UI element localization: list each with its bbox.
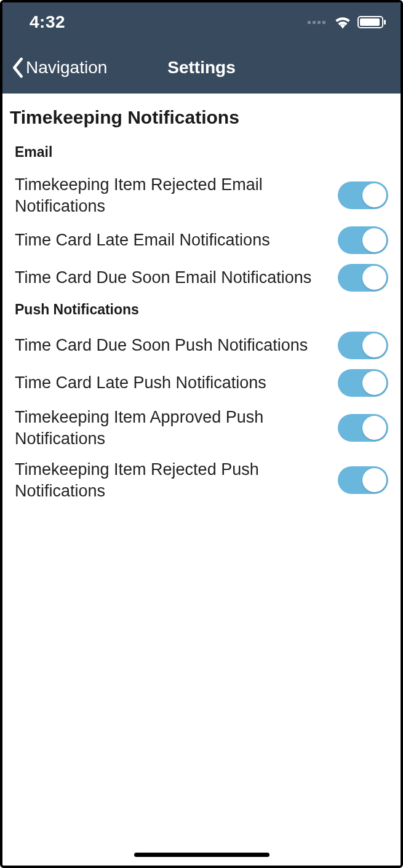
setting-label: Time Card Late Email Notifications — [15, 229, 328, 251]
setting-row: Time Card Late Email Notifications — [2, 221, 401, 259]
setting-label: Time Card Due Soon Email Notifications — [15, 267, 328, 289]
toggle-push-time-card-late[interactable] — [338, 369, 388, 397]
setting-label: Timekeeping Item Approved Push Notificat… — [15, 407, 328, 449]
setting-row: Time Card Due Soon Email Notifications — [2, 259, 401, 297]
setting-row: Time Card Due Soon Push Notifications — [2, 327, 401, 364]
setting-label: Time Card Late Push Notifications — [15, 372, 328, 394]
setting-row: Timekeeping Item Approved Push Notificat… — [2, 402, 401, 454]
section-header-email: Email — [2, 139, 401, 169]
status-bar: 4:32 — [2, 2, 401, 42]
setting-row: Timekeeping Item Rejected Email Notifica… — [2, 169, 401, 221]
home-indicator[interactable] — [134, 853, 269, 857]
toggle-push-item-rejected[interactable] — [338, 466, 388, 494]
cellular-signal-icon — [308, 21, 325, 24]
battery-icon — [357, 16, 383, 28]
back-button[interactable]: Navigation — [11, 57, 107, 78]
navigation-bar: Navigation Settings — [2, 42, 401, 94]
status-time: 4:32 — [30, 12, 65, 32]
toggle-push-time-card-due-soon[interactable] — [338, 332, 388, 359]
toggle-email-item-rejected[interactable] — [338, 181, 388, 209]
setting-label: Timekeeping Item Rejected Email Notifica… — [15, 174, 328, 217]
wifi-icon — [334, 15, 351, 29]
device-frame: 4:32 Navigation Settings Timekeeping — [0, 0, 403, 868]
toggle-email-time-card-due-soon[interactable] — [338, 264, 388, 292]
toggle-email-time-card-late[interactable] — [338, 226, 388, 254]
content-area: Timekeeping Notifications Email Timekeep… — [2, 94, 401, 866]
toggle-push-item-approved[interactable] — [338, 414, 388, 442]
setting-label: Time Card Due Soon Push Notifications — [15, 335, 328, 356]
back-label: Navigation — [26, 58, 107, 78]
section-header-push: Push Notifications — [2, 297, 401, 327]
setting-row: Time Card Late Push Notifications — [2, 364, 401, 402]
status-icons — [308, 15, 383, 29]
setting-row: Timekeeping Item Rejected Push Notificat… — [2, 454, 401, 506]
setting-label: Timekeeping Item Rejected Push Notificat… — [15, 459, 328, 501]
chevron-left-icon — [11, 57, 25, 78]
page-title: Timekeeping Notifications — [2, 102, 401, 139]
